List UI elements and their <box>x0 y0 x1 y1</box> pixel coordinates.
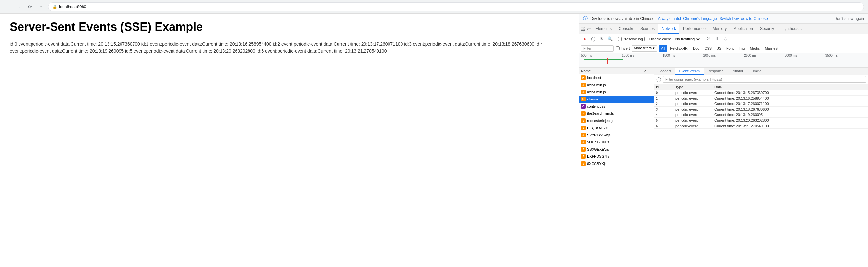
list-item[interactable]: J SSXGEXEVjs <box>579 146 654 153</box>
es-row-6[interactable]: 6 periodic-event Current time: 20:13:21.… <box>654 123 868 129</box>
files-list: Name ✕ H localhost J axios.min.js J axio… <box>579 68 654 267</box>
record-button[interactable]: ● <box>581 35 588 42</box>
tab-elements[interactable]: Elements <box>592 24 615 34</box>
detail-tab-timing[interactable]: Timing <box>747 68 766 75</box>
throttle-select[interactable]: No throttling <box>673 36 701 42</box>
list-item[interactable]: J requesterInject.js <box>579 117 654 124</box>
file-name: PEQUOXIVjs <box>587 126 608 130</box>
filter-fetch-xhr[interactable]: Fetch/XHR <box>668 45 690 52</box>
more-filters-button[interactable]: More filters ▾ <box>632 45 657 52</box>
list-item[interactable]: J theSearchItem.js <box>579 110 654 117</box>
files-table-header: Name ✕ <box>579 68 654 74</box>
tab-memory[interactable]: Memory <box>710 24 730 34</box>
tab-console[interactable]: Console <box>616 24 637 34</box>
wifi-icon-button[interactable]: ⌘ <box>705 35 712 42</box>
home-button[interactable]: ⌂ <box>37 3 45 11</box>
toolbar-divider-2 <box>703 36 703 41</box>
list-item[interactable]: J axios.min.js <box>579 81 654 88</box>
filter-input[interactable] <box>581 45 614 52</box>
name-col-header[interactable]: Name <box>581 69 644 73</box>
file-name: 6XGCBYKjs <box>587 161 607 166</box>
detail-tab-eventstream[interactable]: EventStream <box>675 68 704 75</box>
list-item[interactable]: H localhost <box>579 74 654 81</box>
es-id: 0 <box>656 91 675 95</box>
switch-devtools-button[interactable]: Switch DevTools to Chinese <box>719 16 768 21</box>
eventstream-clear-button[interactable]: ◯ <box>656 77 662 82</box>
filter-manifest[interactable]: Manifest <box>763 45 781 52</box>
clear-button[interactable]: ◯ <box>590 35 597 42</box>
back-button[interactable]: ← <box>4 3 12 11</box>
es-row-3[interactable]: 3 periodic-event Current time: 20:13:18.… <box>654 107 868 112</box>
file-name: axios.min.js <box>587 83 606 87</box>
es-row-5[interactable]: 5 periodic-event Current time: 20:13:20.… <box>654 118 868 123</box>
timeline-1000: 1000 ms <box>622 54 662 57</box>
toolbar-divider-1 <box>616 36 616 41</box>
es-data: Current time: 20:13:21.270549100 <box>714 124 866 128</box>
timeline-red-line <box>607 58 608 64</box>
es-row-2[interactable]: 2 periodic-event Current time: 20:13:17.… <box>654 101 868 107</box>
es-row-0[interactable]: 0 periodic-event Current time: 20:13:15.… <box>654 90 868 96</box>
es-data: Current time: 20:13:20.263202800 <box>714 118 866 122</box>
tab-performance[interactable]: Performance <box>680 24 709 34</box>
tab-network[interactable]: Network <box>658 24 679 34</box>
preserve-log-input[interactable] <box>618 37 622 41</box>
list-item-stream[interactable]: H stream <box>579 96 654 103</box>
disable-cache-input[interactable] <box>644 37 648 41</box>
file-name: BXPPDSGNjs <box>587 154 610 158</box>
file-icon-css: C <box>581 104 586 109</box>
es-id: 1 <box>656 96 675 100</box>
search-button[interactable]: 🔍 <box>607 35 614 42</box>
dont-show-button[interactable]: Don't show again <box>834 16 864 21</box>
list-item[interactable]: J 5OC7T2DN.js <box>579 139 654 146</box>
filter-all[interactable]: All <box>659 45 667 52</box>
detail-tab-response[interactable]: Response <box>704 68 728 75</box>
invert-label: Invert <box>621 47 630 51</box>
invert-input[interactable] <box>616 46 620 51</box>
list-item[interactable]: J SVYRTWSWjs <box>579 131 654 139</box>
detail-tab-initiator[interactable]: Initiator <box>728 68 747 75</box>
detail-tab-headers[interactable]: Headers <box>654 68 675 75</box>
es-id: 6 <box>656 124 675 128</box>
timeline-bar-area <box>581 58 866 67</box>
filter-media[interactable]: Media <box>747 45 762 52</box>
es-row-1[interactable]: 1 periodic-event Current time: 20:13:16.… <box>654 96 868 101</box>
upload-icon-button[interactable]: ⇧ <box>714 35 721 42</box>
forward-button[interactable]: → <box>15 3 23 11</box>
main-area: Server-Sent Events (SSE) Example id:0 ev… <box>0 14 868 267</box>
file-icon-svyr: J <box>581 133 586 137</box>
address-bar[interactable]: 🔒 localhost:8080 <box>48 2 864 11</box>
es-data: Current time: 20:13:16.258954400 <box>714 96 866 100</box>
es-col-id: Id <box>656 85 675 89</box>
filter-font[interactable]: Font <box>724 45 736 52</box>
tab-sources[interactable]: Sources <box>637 24 658 34</box>
filter-toggle-button[interactable]: ☀ <box>598 35 605 42</box>
timeline-2000: 2000 ms <box>703 54 744 57</box>
invert-checkbox[interactable]: Invert <box>616 46 630 51</box>
filter-doc[interactable]: Doc <box>691 45 702 52</box>
list-item[interactable]: J BXPPDSGNjs <box>579 153 654 160</box>
tab-application[interactable]: Application <box>731 24 756 34</box>
list-item[interactable]: J PEQUOXIVjs <box>579 124 654 131</box>
tab-lighthouse[interactable]: Lighthous… <box>778 24 805 34</box>
list-item[interactable]: C content.css <box>579 103 654 110</box>
filter-img[interactable]: Img <box>737 45 747 52</box>
list-item[interactable]: J 6XGCBYKjs <box>579 160 654 167</box>
filter-js[interactable]: JS <box>715 45 723 52</box>
timeline-2500: 2500 ms <box>744 54 784 57</box>
timeline-3500: 3500 ms <box>826 54 866 57</box>
filter-css[interactable]: CSS <box>702 45 714 52</box>
tab-security[interactable]: Security <box>757 24 777 34</box>
eventstream-filter-input[interactable] <box>663 76 866 83</box>
eventstream-table-header: Id Type Data <box>654 84 868 90</box>
download-icon-button[interactable]: ⇩ <box>722 35 729 42</box>
disable-cache-checkbox[interactable]: Disable cache <box>644 37 672 41</box>
list-item[interactable]: J axios.min.js <box>579 88 654 96</box>
es-type: periodic-event <box>675 107 714 111</box>
match-language-button[interactable]: Always match Chrome's language <box>658 16 717 21</box>
file-name: 5OC7T2DN.js <box>587 140 609 144</box>
es-row-4[interactable]: 4 periodic-event Current time: 20:13:19.… <box>654 112 868 118</box>
file-icon-axios2: J <box>581 90 586 94</box>
file-name: SSXGEXEVjs <box>587 147 609 151</box>
reload-button[interactable]: ⟳ <box>26 3 34 11</box>
preserve-log-checkbox[interactable]: Preserve log <box>618 37 643 41</box>
